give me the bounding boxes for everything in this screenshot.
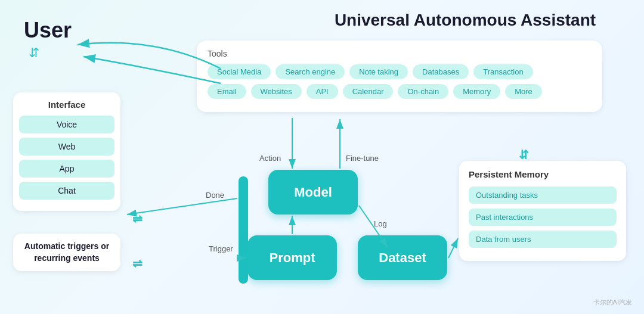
tool-transaction: Transaction [473,64,532,79]
prompt-box: Prompt [247,235,337,280]
log-label: Log [374,219,387,228]
tool-more: More [505,84,542,99]
memory-title: Persistent Memory [469,169,617,179]
memory-item-data: Data from users [469,231,617,248]
tool-social-media: Social Media [208,64,271,79]
tool-on-chain: On-chain [398,84,448,99]
tool-api: API [306,84,338,99]
interface-item-web: Web [19,138,114,156]
dataset-label: Dataset [379,250,426,266]
memory-item-past: Past interactions [469,209,617,226]
tool-email: Email [208,84,246,99]
svg-line-8 [448,238,458,258]
trigger-label: Automatic triggers or recurring events [24,241,109,263]
tool-databases: Databases [413,64,469,79]
prompt-label: Prompt [270,250,315,266]
svg-line-5 [127,198,237,214]
interface-item-chat: Chat [19,182,114,200]
tool-calendar: Calendar [343,84,394,99]
tools-row-1: Social Media Search engine Note taking D… [208,64,592,79]
fine-tune-label: Fine-tune [346,154,379,163]
interface-box: Interface Voice Web App Chat [13,92,120,211]
double-arrow-interface: ⇌ [132,212,143,226]
interface-item-app: App [19,160,114,178]
done-label: Done [206,191,224,200]
tool-websites: Websites [251,84,302,99]
main-container: Universal Autonomous Assistant User ⇵ In… [0,0,644,314]
double-arrow-trigger: ⇌ [132,256,143,271]
persistent-memory-box: Persistent Memory Outstanding tasks Past… [459,161,626,261]
trigger-label-text: Trigger [209,244,233,253]
dataset-box: Dataset [358,235,447,280]
tool-note-taking: Note taking [349,64,408,79]
tools-row-2: Email Websites API Calendar On-chain Mem… [208,84,592,99]
tool-memory: Memory [453,84,500,99]
double-arrow-memory: ⇵ [519,148,529,162]
model-label: Model [294,185,332,200]
tools-box: Tools Social Media Search engine Note ta… [197,41,602,112]
memory-item-outstanding: Outstanding tasks [469,186,617,204]
user-label: User [24,18,72,43]
model-box: Model [268,170,358,214]
action-label: Action [259,154,281,163]
tools-label: Tools [208,49,592,58]
trigger-box: Automatic triggers or recurring events [13,234,120,271]
interface-item-voice: Voice [19,116,114,133]
connector-bar [239,176,248,284]
user-arrows-icon: ⇵ [29,45,72,61]
interface-title: Interface [19,100,114,110]
page-title: Universal Autonomous Assistant [286,11,644,30]
watermark: 卡尔的AI汽发 [593,298,632,307]
user-block: User ⇵ [24,18,72,61]
tool-search-engine: Search engine [275,64,345,79]
